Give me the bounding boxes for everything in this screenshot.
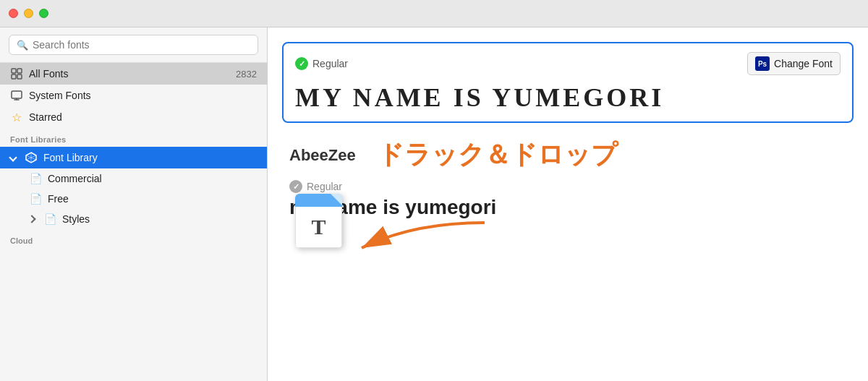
font-card-preview-text: MY NAME IS YUMEGORI [295,82,841,113]
monitor-icon [10,89,23,102]
search-input-wrap[interactable]: 🔍 [9,35,258,55]
drag-drop-label: ドラック＆ドロップ [378,137,618,173]
svg-rect-2 [12,74,16,79]
sidebar-item-starred[interactable]: ☆ Starred [0,106,267,128]
font-file-icon: T [295,194,342,248]
search-bar: 🔍 [0,27,267,63]
starred-label: Starred [29,111,62,123]
abeezee-status: ✓ Regular [289,180,854,193]
doc-icon-free: 📄 [29,192,42,205]
all-fonts-label: All Fonts [29,68,68,80]
system-fonts-label: System Fonts [29,90,91,101]
svg-rect-3 [17,74,22,79]
abeezee-status-label: Regular [307,181,342,192]
abeezee-preview-text: my name is yumegori [289,196,854,219]
abeezee-font-name: AbeeZee [289,146,356,165]
change-font-button[interactable]: Ps Change Font [747,52,841,75]
svg-rect-1 [17,69,22,73]
minimize-button[interactable] [24,9,33,18]
doc-icon-styles: 📄 [43,213,56,226]
photoshop-icon: Ps [755,56,770,71]
font-card-header: ✓ Regular Ps Change Font [295,52,841,75]
change-font-label: Change Font [774,58,833,69]
commercial-label: Commercial [48,173,102,184]
close-button[interactable] [9,9,18,18]
cloud-section: Cloud [0,229,267,248]
maximize-button[interactable] [39,9,48,18]
cube-icon [25,151,38,164]
expand-icon [9,153,17,161]
font-card-selected: ✓ Regular Ps Change Font MY NAME IS YUME… [282,42,854,123]
content-area: ✓ Regular Ps Change Font MY NAME IS YUME… [268,27,868,381]
font-card-status-label: Regular [312,58,348,69]
green-check-icon: ✓ [295,57,308,70]
all-fonts-count: 2832 [236,69,257,80]
svg-rect-4 [12,91,22,98]
search-icon: 🔍 [17,40,28,51]
sidebar-nav-list: All Fonts 2832 System Fonts ☆ Starred [0,63,267,381]
free-label: Free [48,193,69,205]
sidebar-item-system-fonts[interactable]: System Fonts [0,85,267,106]
doc-icon-commercial: 📄 [29,172,42,185]
font-card-status: ✓ Regular [295,57,348,70]
search-input[interactable] [33,39,250,51]
styles-expand-icon [27,215,35,223]
sidebar-item-all-fonts[interactable]: All Fonts 2832 [0,63,267,85]
font-libraries-section-label: Font Libraries [0,128,267,147]
sidebar-item-commercial[interactable]: 📄 Commercial [0,168,267,189]
sidebar-item-free[interactable]: 📄 Free [0,189,267,209]
traffic-lights [9,9,48,18]
cloud-label: Cloud [0,229,267,248]
font-file-icon-body: T [295,207,342,248]
sidebar: 🔍 All Fonts 2832 [0,27,268,381]
titlebar [0,0,868,27]
styles-label: Styles [62,213,90,225]
grid-icon [10,67,23,80]
gray-check-icon: ✓ [289,180,302,193]
star-icon: ☆ [10,111,23,124]
main-layout: 🔍 All Fonts 2832 [0,27,868,381]
sidebar-item-styles[interactable]: 📄 Styles [0,209,267,229]
sidebar-item-font-library[interactable]: Font Library [0,147,267,168]
font-list-item-abeezee: ✓ Regular my name is yumegori [289,180,854,219]
font-library-label: Font Library [43,152,98,163]
svg-rect-0 [12,69,16,73]
font-list-row: AbeeZee ドラック＆ドロップ [282,137,854,173]
font-libraries-label: Font Libraries [0,128,267,147]
font-file-icon-top [295,194,342,207]
